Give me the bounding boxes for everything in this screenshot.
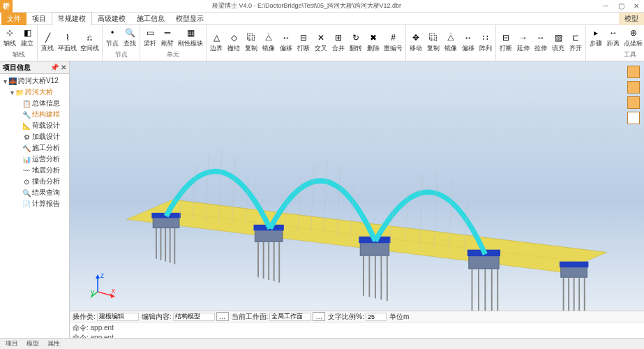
ribbon-点坐标[interactable]: ⊕点坐标 — [622, 27, 644, 49]
op-label: 操作类: — [73, 312, 96, 322]
edit-label: 编辑内容: — [142, 312, 172, 322]
ribbon-查找[interactable]: 🔍查找 — [121, 27, 138, 49]
ribbon-合并[interactable]: ⊞合并 — [330, 31, 347, 54]
edit-browse-button[interactable]: … — [216, 312, 229, 321]
步骤-icon: ▸ — [590, 27, 601, 38]
ribbon-偏移[interactable]: ↔偏移 — [278, 31, 294, 54]
file-menu[interactable]: 文件 — [1, 13, 27, 25]
tab-model-display[interactable]: 模型显示 — [170, 13, 209, 25]
镜像-icon: ⧊ — [445, 32, 456, 43]
tree-item-总体信息[interactable]: 📋总体信息 — [1, 98, 68, 109]
撤结-icon: ◇ — [228, 32, 239, 43]
tree-item-运营分析[interactable]: 📊运营分析 — [1, 154, 68, 165]
ribbon-翻转[interactable]: ↻翻转 — [347, 31, 364, 54]
复制-icon: ⿻ — [428, 32, 439, 43]
ribbon-复制[interactable]: ⿻复制 — [425, 31, 442, 54]
bottom-tab-model[interactable]: 模型 — [22, 339, 43, 349]
view-top-button[interactable] — [627, 112, 640, 124]
svg-text:z: z — [100, 272, 104, 279]
view-iso-button[interactable] — [627, 66, 640, 78]
ribbon-梁杆[interactable]: ▭梁杆 — [142, 27, 158, 49]
tree-project[interactable]: ▾📁跨河大桥 — [1, 87, 68, 98]
ribbon-阵列[interactable]: ∷阵列 — [477, 31, 494, 54]
合并-icon: ⊞ — [333, 32, 344, 43]
ribbon-填充[interactable]: ▨填充 — [550, 31, 567, 54]
sidebar-title: 项目信息 — [3, 63, 31, 73]
ribbon-齐开[interactable]: ⊏齐开 — [567, 31, 584, 54]
ribbon-复制[interactable]: ⿻复制 — [243, 31, 260, 54]
删除-icon: ✖ — [368, 32, 379, 43]
ribbon-偏移[interactable]: ↔偏移 — [460, 31, 477, 54]
scale-input[interactable] — [366, 313, 387, 321]
project-sidebar: 项目信息 📌 ✕ ▾🌉跨河大桥V12 ▾📁跨河大桥 📋总体信息🔧结构建模📐荷载设… — [0, 61, 70, 338]
tree-item-荷载设计[interactable]: 📐荷载设计 — [1, 120, 68, 131]
ribbon-步骤[interactable]: ▸步骤 — [587, 27, 604, 49]
ribbon-空间线[interactable]: ⎌空间线 — [79, 31, 100, 54]
ribbon-刚性模块[interactable]: ▦刚性模块 — [177, 27, 204, 49]
偏移-icon: ↔ — [463, 32, 474, 43]
op-input[interactable] — [97, 313, 139, 321]
ribbon-轴线[interactable]: ⊹轴线 — [1, 27, 18, 49]
tree-item-地震分析[interactable]: 〰地震分析 — [1, 165, 68, 176]
edit-input[interactable] — [173, 313, 215, 321]
ribbon-撤结[interactable]: ◇撤结 — [225, 31, 242, 54]
ribbon-镜像[interactable]: ⧊镜像 — [260, 31, 277, 54]
tree-item-撞击分析[interactable]: ⊙撞击分析 — [1, 176, 68, 187]
ribbon-交叉[interactable]: ✕交叉 — [313, 31, 329, 54]
tab-model-right[interactable]: 模型 — [619, 13, 644, 25]
ribbon-镜像[interactable]: ⧊镜像 — [442, 31, 459, 54]
距离-icon: ↔ — [608, 27, 619, 38]
ribbon-打断[interactable]: ⊟打断 — [295, 31, 312, 54]
延伸-icon: → — [518, 32, 529, 43]
tree-item-计算报告[interactable]: 📄计算报告 — [1, 198, 68, 209]
移动-icon: ✥ — [410, 32, 421, 43]
model-viewport[interactable]: z x y 操作类: 编辑内容:… 当前工作面:… 文字比例%: 单位m 命令:… — [70, 61, 644, 338]
ws-browse-button[interactable]: … — [313, 312, 325, 321]
ribbon-距离[interactable]: ↔距离 — [605, 27, 622, 49]
刚臂-icon: ═ — [162, 27, 173, 38]
project-tree: ▾🌉跨河大桥V12 ▾📁跨河大桥 📋总体信息🔧结构建模📐荷载设计⚙加载设计🔨施工… — [0, 74, 69, 338]
ribbon-刚臂[interactable]: ═刚臂 — [159, 27, 176, 49]
close-button[interactable]: ✕ — [629, 0, 644, 13]
bottom-tab-props[interactable]: 属性 — [43, 339, 64, 349]
加载设计-icon: ⚙ — [22, 133, 31, 141]
tree-item-结果查询[interactable]: 🔍结果查询 — [1, 187, 68, 198]
施工分析-icon: 🔨 — [22, 144, 31, 152]
bridge-model — [70, 61, 644, 338]
ribbon-打断[interactable]: ⊟打断 — [497, 31, 514, 54]
ribbon-移动[interactable]: ✥移动 — [407, 31, 424, 54]
tab-normal-model[interactable]: 常规建模 — [52, 12, 92, 25]
ribbon-平面线[interactable]: ⌇平面线 — [57, 31, 78, 54]
ribbon-拉伸[interactable]: ↔拉伸 — [532, 31, 549, 54]
ribbon-边界[interactable]: △边界 — [208, 31, 225, 54]
bottom-tab-project[interactable]: 项目 — [1, 339, 22, 349]
minimize-button[interactable]: ─ — [598, 0, 613, 13]
齐开-icon: ⊏ — [570, 32, 581, 43]
ribbon-直线[interactable]: ╱直线 — [39, 31, 56, 54]
tree-item-结构建模[interactable]: 🔧结构建模 — [1, 109, 68, 120]
点坐标-icon: ⊕ — [628, 27, 639, 38]
ribbon-重编号[interactable]: #重编号 — [382, 31, 404, 54]
view-front-button[interactable] — [627, 81, 640, 94]
打断-icon: ⊟ — [298, 32, 309, 43]
ribbon-建立[interactable]: ◧建立 — [19, 27, 36, 49]
tab-advanced-model[interactable]: 高级建模 — [92, 13, 131, 25]
svg-rect-6 — [469, 254, 499, 269]
maximize-button[interactable]: ▢ — [613, 0, 629, 13]
ribbon-延伸[interactable]: →延伸 — [515, 31, 532, 54]
边界-icon: △ — [211, 32, 222, 43]
unit-label: 单位m — [389, 312, 409, 322]
ribbon-节点[interactable]: •节点 — [104, 27, 121, 49]
轴线-icon: ⊹ — [4, 27, 15, 38]
tab-project[interactable]: 项目 — [27, 13, 52, 25]
荷载设计-icon: 📐 — [22, 122, 31, 130]
ws-input[interactable] — [269, 313, 311, 321]
tab-construct-info[interactable]: 施工信息 — [131, 13, 170, 25]
view-side-button[interactable] — [627, 96, 640, 109]
sidebar-pin-icon[interactable]: 📌 ✕ — [50, 64, 66, 71]
ribbon-删除[interactable]: ✖删除 — [365, 31, 382, 54]
tree-root[interactable]: ▾🌉跨河大桥V12 — [1, 75, 68, 87]
tree-item-加载设计[interactable]: ⚙加载设计 — [1, 131, 68, 142]
翻转-icon: ↻ — [350, 32, 361, 43]
tree-item-施工分析[interactable]: 🔨施工分析 — [1, 142, 68, 154]
